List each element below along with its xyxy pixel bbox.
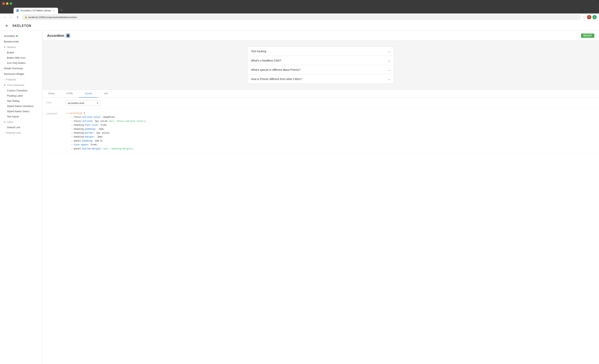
sidebar-section-form-elements[interactable]: ▼ Form Elements (0, 82, 42, 88)
code-line-6: --heading-border: 1px solid; (66, 131, 595, 135)
content-title: Accordion ⬛ (47, 34, 70, 38)
tab-assets[interactable]: Assets (79, 90, 98, 98)
sidebar-item-accordion[interactable]: Accordion (0, 33, 42, 39)
accordion-header-4[interactable]: How is Prismic different from other CMSs… (247, 74, 394, 84)
file-select[interactable]: accordion.scss (66, 100, 100, 106)
sidebar-section-buttons[interactable]: ▼ Buttons (0, 44, 42, 50)
accordion-label-1: Test tracking (251, 50, 266, 53)
tab-notes[interactable]: Notes (43, 90, 61, 98)
nav-forward-button[interactable]: › (9, 15, 14, 19)
file-dropdown-wrapper: accordion.scss ▼ (66, 100, 100, 106)
sidebar-section-label: Links (7, 120, 13, 123)
code-line-1: .c-accordion { (66, 111, 595, 115)
tab-close-btn[interactable]: × (52, 9, 55, 12)
address-url: localhost:1000/components/detail/accordi… (28, 16, 77, 19)
sidebar-item-text-inputs[interactable]: Text Inputs (0, 114, 42, 119)
chevron-down-icon: ▼ (4, 84, 6, 86)
chevron-down-icon: ⌄ (388, 68, 390, 72)
accordion-header-2[interactable]: What's a headless CMS? ⌄ (247, 56, 394, 65)
sidebar-item-label: Details Summary (4, 67, 23, 70)
nav-back-button[interactable]: ‹ (2, 15, 7, 19)
file-label: FILE: (46, 100, 66, 104)
file-select-wrapper: accordion.scss ▼ (66, 100, 595, 106)
chevron-down-icon: ⌄ (388, 49, 390, 53)
code-line-5: --heading-padding: .5em; (66, 127, 595, 131)
sidebar: Accordion Breadcrumbs ▼ Buttons Button B… (0, 31, 43, 364)
sidebar-item-styled-native-checkbox[interactable]: Styled Native Checkbox (0, 103, 42, 109)
content-label: CONTENT: (46, 111, 66, 115)
sidebar-item-disclosure-widget[interactable]: Disclosure Widget (0, 71, 42, 77)
sidebar-section-links[interactable]: ▼ Links (0, 119, 42, 125)
sidebar-section-label: External Link (6, 131, 20, 134)
sidebar-section-features[interactable]: › Features (0, 77, 42, 82)
tab-favicon: A (16, 9, 19, 12)
nav-refresh-button[interactable]: ↻ (16, 15, 20, 19)
code-line-10: --panel-bottom-margin: var(--heading-mar… (66, 147, 595, 151)
tab-html[interactable]: HTML (61, 90, 79, 98)
sidebar-item-floating-label[interactable]: Floating Label (0, 93, 42, 98)
page-title: Accordion (47, 34, 64, 38)
extension-icons: R G (587, 15, 597, 19)
tab-info[interactable]: Info (98, 90, 114, 98)
tabs-container: Notes HTML Assets Info (43, 90, 599, 98)
sidebar-item-label: Breadcrumbs (4, 40, 19, 43)
browser-window: A Accordion | UI Pattern Library × + ‹ ›… (0, 0, 599, 364)
sidebar-item-breadcrumbs[interactable]: Breadcrumbs (0, 39, 42, 44)
ext-icon-2[interactable]: G (592, 15, 597, 19)
accordion-header-1[interactable]: Test tracking ⌄ (247, 47, 394, 56)
sidebar-section-label: Buttons (7, 46, 16, 49)
code-line-8: --panel-padding: 1em 0; (66, 139, 595, 143)
ready-badge: READY (581, 34, 594, 38)
code-block: .c-accordion { --focus-outline-color: de… (66, 111, 595, 151)
sidebar-item-default-link[interactable]: Default Link (0, 125, 42, 130)
chevron-right-icon: › (4, 132, 4, 134)
code-line-2: --focus-outline-color: deepPink; (66, 115, 595, 119)
sidebar-section-label: Features (6, 78, 16, 81)
sidebar-section-label: Form Elements (7, 84, 24, 86)
sidebar-section-external-link[interactable]: › External Link (0, 130, 42, 135)
address-bar[interactable]: 🔒 localhost:1000/components/detail/accor… (22, 15, 581, 20)
bookmark-icon[interactable]: ☆ (582, 16, 585, 19)
chevron-down-icon: ▼ (4, 121, 6, 123)
sidebar-item-button-with-icon[interactable]: Button With Icon (0, 55, 42, 60)
accordion-component: Test tracking ⌄ What's a headless CMS? ⌄ (247, 46, 394, 84)
sidebar-item-styled-native-select[interactable]: Styled Native Select (0, 109, 42, 114)
code-line-9: --icon-space: 5rem; (66, 143, 595, 147)
accordion-item-1: Test tracking ⌄ (247, 47, 394, 56)
preview-area: Test tracking ⌄ What's a headless CMS? ⌄ (43, 41, 599, 90)
assets-file-row: FILE: accordion.scss ▼ (43, 98, 599, 109)
tab-title: Accordion | UI Pattern Library (20, 9, 51, 12)
browser-tab-bar: A Accordion | UI Pattern Library × + (0, 7, 599, 14)
browser-tab[interactable]: A Accordion | UI Pattern Library × (14, 8, 58, 14)
browser-addressbar: ‹ › ↻ 🔒 localhost:1000/components/detail… (0, 14, 599, 21)
accordion-header-3[interactable]: What's special or different about Prismi… (247, 65, 394, 74)
sidebar-item-custom-checkbox[interactable]: Custom Checkbox (0, 88, 42, 93)
app-close-button[interactable]: ✕ (4, 23, 9, 29)
sidebar-item-details-summary[interactable]: Details Summary (0, 66, 42, 71)
app-header: ✕ SKELETON (0, 21, 599, 31)
accordion-item-2: What's a headless CMS? ⌄ (247, 56, 394, 65)
chevron-down-icon: ⌄ (388, 77, 390, 81)
minimize-traffic-light[interactable] (6, 2, 9, 5)
maximize-traffic-light[interactable] (10, 2, 12, 5)
app-container: ✕ SKELETON Accordion Breadcrumbs ▼ Butto… (0, 21, 599, 364)
new-tab-button[interactable]: + (59, 8, 64, 13)
accordion-item-4: How is Prismic different from other CMSs… (247, 74, 394, 84)
accordion-label-4: How is Prismic different from other CMSs… (251, 77, 302, 81)
sidebar-item-label: Disclosure Widget (4, 73, 24, 75)
sidebar-item-button[interactable]: Button (0, 50, 42, 55)
sidebar-item-star-rating[interactable]: Star Rating (0, 98, 42, 103)
title-link-icon[interactable]: ⬛ (66, 34, 70, 38)
ext-icon-1[interactable]: R (587, 15, 591, 19)
close-traffic-light[interactable] (2, 2, 5, 5)
assets-panel: FILE: accordion.scss ▼ CONTENT: (43, 98, 599, 364)
chevron-right-icon: › (4, 78, 4, 81)
code-line-7: --heading-margin: .5em; (66, 135, 595, 139)
accordion-item-3: What's special or different about Prismi… (247, 65, 394, 74)
sidebar-item-icon-only-button[interactable]: Icon Only Button (0, 60, 42, 66)
main-layout: Accordion Breadcrumbs ▼ Buttons Button B… (0, 31, 599, 364)
address-lock-icon: 🔒 (25, 16, 27, 18)
content-header: Accordion ⬛ READY (43, 31, 599, 41)
accordion-label-3: What's special or different about Prismi… (251, 68, 301, 71)
chevron-down-icon: ▼ (4, 46, 6, 48)
